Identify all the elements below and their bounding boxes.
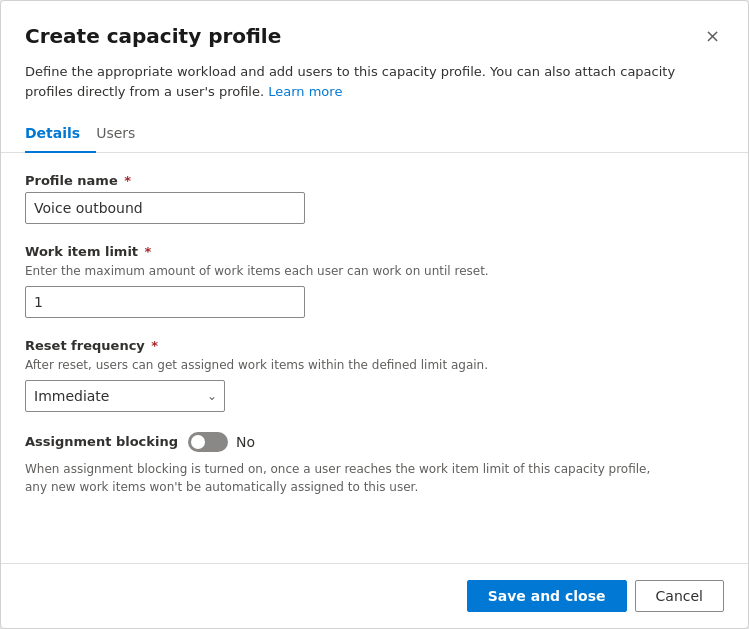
toggle-thumb: [191, 435, 205, 449]
reset-frequency-hint: After reset, users can get assigned work…: [25, 357, 724, 374]
tab-details[interactable]: Details: [25, 117, 96, 153]
assignment-blocking-description: When assignment blocking is turned on, o…: [25, 460, 665, 496]
cancel-button[interactable]: Cancel: [635, 580, 724, 612]
profile-name-input[interactable]: Voice outbound: [25, 192, 305, 224]
dialog-header: Create capacity profile ×: [1, 1, 748, 62]
work-item-limit-label: Work item limit *: [25, 244, 724, 259]
reset-frequency-select-wrapper: Immediate Daily Weekly Monthly ⌄: [25, 380, 225, 412]
reset-frequency-label: Reset frequency *: [25, 338, 724, 353]
dialog-footer: Save and close Cancel: [1, 563, 748, 628]
reset-frequency-group: Reset frequency * After reset, users can…: [25, 338, 724, 412]
assignment-blocking-label: Assignment blocking: [25, 434, 178, 449]
dialog-description: Define the appropriate workload and add …: [1, 62, 748, 117]
assignment-blocking-toggle[interactable]: [188, 432, 228, 452]
tabs-container: Details Users: [1, 117, 748, 153]
reset-frequency-select[interactable]: Immediate Daily Weekly Monthly: [25, 380, 225, 412]
dialog-body: Profile name * Voice outbound Work item …: [1, 153, 748, 563]
toggle-wrapper: No: [188, 432, 255, 452]
required-star-3: *: [147, 338, 158, 353]
assignment-blocking-row: Assignment blocking No: [25, 432, 724, 452]
profile-name-group: Profile name * Voice outbound: [25, 173, 724, 224]
work-item-limit-group: Work item limit * Enter the maximum amou…: [25, 244, 724, 318]
save-and-close-button[interactable]: Save and close: [467, 580, 627, 612]
toggle-track: [188, 432, 228, 452]
assignment-blocking-group: Assignment blocking No When assignment b…: [25, 432, 724, 496]
dialog: Create capacity profile × Define the app…: [0, 0, 749, 629]
profile-name-label: Profile name *: [25, 173, 724, 188]
work-item-limit-hint: Enter the maximum amount of work items e…: [25, 263, 724, 280]
required-star-2: *: [140, 244, 151, 259]
learn-more-link[interactable]: Learn more: [268, 84, 342, 99]
close-button[interactable]: ×: [701, 21, 724, 50]
dialog-title: Create capacity profile: [25, 24, 281, 48]
work-item-limit-input[interactable]: 1: [25, 286, 305, 318]
close-icon: ×: [705, 25, 720, 46]
required-star: *: [120, 173, 131, 188]
dialog-overlay: Create capacity profile × Define the app…: [0, 0, 749, 629]
toggle-status-label: No: [236, 434, 255, 450]
tab-users[interactable]: Users: [96, 117, 151, 153]
